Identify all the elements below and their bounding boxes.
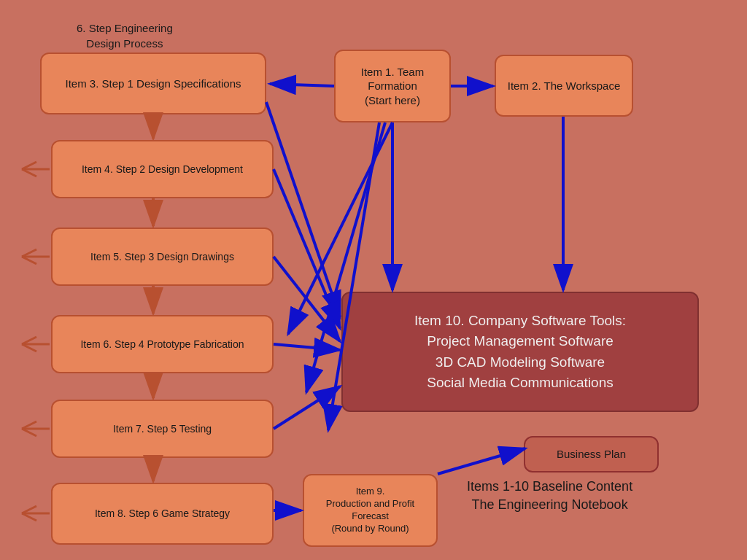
item2-label: Item 2. The Workspace: [508, 79, 621, 93]
item3-box[interactable]: Item 3. Step 1 Design Specifications: [40, 52, 266, 114]
item1-label: Item 1. Team Formation(Start here): [344, 65, 441, 108]
svg-line-4: [270, 84, 334, 86]
svg-line-35: [274, 344, 340, 350]
svg-line-32: [266, 102, 340, 317]
item10-box[interactable]: Item 10. Company Software Tools:Project …: [341, 292, 699, 412]
item8-box[interactable]: Item 8. Step 6 Game Strategy: [51, 483, 274, 545]
item8-label: Item 8. Step 6 Game Strategy: [95, 507, 230, 520]
svg-line-20: [22, 249, 36, 257]
svg-line-33: [274, 169, 340, 328]
item4-label: Item 4. Step 2 Design Development: [82, 163, 243, 176]
svg-line-34: [274, 257, 340, 341]
item6-box[interactable]: Item 6. Step 4 Prototype Fabrication: [51, 315, 274, 373]
business-plan-label: Business Plan: [557, 447, 626, 462]
item7-box[interactable]: Item 7. Step 5 Testing: [51, 400, 274, 458]
baseline-label: Items 1-10 Baseline ContentThe Engineeri…: [467, 478, 632, 514]
item6-label: Item 6. Step 4 Prototype Fabrication: [80, 338, 244, 351]
item10-label: Item 10. Company Software Tools:Project …: [414, 311, 626, 394]
business-plan-box[interactable]: Business Plan: [524, 436, 659, 472]
svg-line-24: [22, 344, 36, 351]
engineering-label: 6. Step EngineeringDesign Process: [77, 20, 173, 51]
svg-line-26: [22, 421, 36, 429]
svg-line-27: [22, 429, 36, 436]
svg-line-30: [22, 513, 36, 521]
svg-line-37: [438, 448, 525, 474]
svg-line-36: [274, 386, 340, 429]
svg-line-23: [22, 337, 36, 344]
svg-line-29: [22, 506, 36, 513]
svg-line-21: [22, 257, 36, 264]
svg-line-18: [22, 169, 36, 176]
item5-box[interactable]: Item 5. Step 3 Design Drawings: [51, 228, 274, 286]
item7-label: Item 7. Step 5 Testing: [113, 422, 212, 435]
item4-box[interactable]: Item 4. Step 2 Design Development: [51, 140, 274, 198]
svg-line-17: [22, 162, 36, 169]
item5-label: Item 5. Step 3 Design Drawings: [90, 250, 234, 263]
item1-box[interactable]: Item 1. Team Formation(Start here): [334, 50, 451, 122]
item2-box[interactable]: Item 2. The Workspace: [495, 55, 633, 117]
item9-label: Item 9.Production and Profit Forecast(Ro…: [313, 486, 427, 535]
item3-label: Item 3. Step 1 Design Specifications: [66, 77, 241, 91]
item9-box[interactable]: Item 9.Production and Profit Forecast(Ro…: [303, 474, 438, 547]
